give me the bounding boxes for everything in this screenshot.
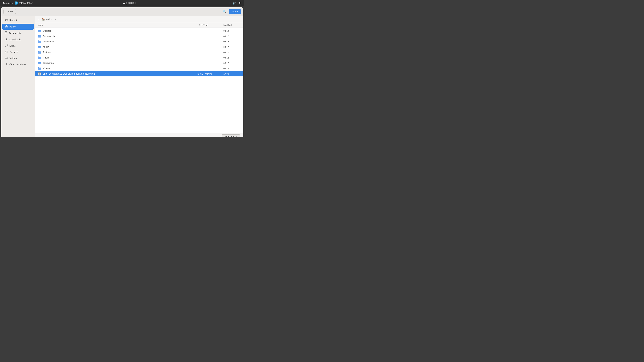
home-path-label: radxa [46, 18, 52, 21]
bottom-bar: OS Images ▼ [35, 133, 243, 137]
file-row-image[interactable]: orion-o6-debian12-preinstalled-desktop-b… [35, 71, 243, 76]
file-modified-templates: 08:12 [224, 62, 240, 64]
file-modified-desktop: 08:12 [224, 30, 240, 32]
column-modified-header[interactable]: Modified [224, 24, 240, 26]
file-row-music[interactable]: Music08:12 [35, 44, 243, 50]
file-row-downloads[interactable]: Downloads08:12 [35, 39, 243, 44]
forward-button[interactable]: › [54, 17, 57, 21]
datetime-label: Aug 30 08:16 [123, 2, 137, 4]
app-name-label: balenaEtcher [18, 2, 32, 4]
search-button[interactable]: 🔍 [221, 9, 228, 14]
folder-icon-desktop [38, 29, 41, 33]
file-name-image: orion-o6-debian12-preinstalled-desktop-b… [43, 72, 186, 75]
volume-icon[interactable]: 🔊 [233, 1, 236, 5]
file-row-documents[interactable]: Documents08:12 [35, 33, 243, 39]
file-modified-image: 17:33 [224, 72, 240, 75]
filter-label: OS Images [224, 135, 235, 137]
file-type-image: Archive [203, 72, 224, 75]
app-icon: E [14, 1, 18, 4]
svg-rect-12 [38, 73, 40, 73]
folder-icon-templates [38, 61, 41, 65]
sidebar-item-downloads[interactable]: Downloads [2, 36, 34, 42]
file-row-public[interactable]: Public08:12 [35, 55, 243, 60]
file-list: Desktop08:12 Documents08:12 Downloads08:… [35, 27, 243, 133]
file-name-videos: Videos [43, 67, 186, 70]
sidebar-item-label-recent: Recent [10, 19, 17, 22]
search-icon: 🔍 [223, 10, 226, 13]
sidebar-item-other[interactable]: Other Locations [2, 61, 34, 67]
file-name-downloads: Downloads [43, 40, 186, 43]
file-name-public: Public [43, 56, 186, 59]
home-path-button[interactable]: 🏠 radxa [40, 17, 53, 21]
cancel-button[interactable]: Cancel [3, 9, 16, 14]
activities-button[interactable]: Activities [3, 2, 12, 4]
sidebar-item-pictures[interactable]: Pictures [2, 49, 34, 55]
sidebar-item-label-downloads: Downloads [10, 38, 21, 41]
airplane-mode-icon[interactable]: ✈ [228, 1, 230, 5]
other-sidebar-icon [5, 63, 8, 66]
sidebar-item-label-music: Music [10, 44, 16, 47]
file-name-desktop: Desktop [43, 29, 186, 32]
sidebar-item-label-home: Home [10, 25, 16, 28]
file-row-pictures[interactable]: Pictures08:12 [35, 50, 243, 55]
pathbar: ‹ 🏠 radxa › [35, 16, 243, 23]
column-size-header[interactable]: Size [186, 24, 203, 26]
sidebar-item-label-videos: Videos [10, 57, 17, 59]
file-name-music: Music [43, 45, 186, 48]
svg-rect-13 [38, 73, 40, 74]
videos-sidebar-icon [5, 57, 8, 60]
file-modified-public: 08:12 [224, 56, 240, 59]
file-name-pictures: Pictures [43, 51, 186, 54]
folder-icon-videos [38, 66, 41, 70]
file-row-videos[interactable]: Videos08:12 [35, 66, 243, 71]
folder-icon-documents [38, 34, 41, 38]
home-sidebar-icon [5, 25, 8, 28]
archive-icon-image [38, 72, 41, 76]
file-modified-pictures: 08:12 [224, 51, 240, 54]
sidebar-item-home[interactable]: Home [2, 24, 34, 30]
svg-rect-14 [38, 74, 40, 74]
documents-sidebar-icon [5, 31, 8, 35]
column-headers: Name ▼ Size Type Modified [35, 23, 243, 27]
sidebar-item-videos[interactable]: Videos [2, 55, 34, 61]
power-icon[interactable]: ⏻ [239, 1, 242, 4]
folder-icon-music [38, 45, 41, 49]
pictures-sidebar-icon [5, 51, 8, 54]
file-chooser-dialog: Cancel 🔍 Open RecentHomeDocumentsDownloa… [1, 7, 243, 137]
file-modified-music: 08:12 [224, 46, 240, 48]
file-name-documents: Documents [43, 35, 186, 37]
file-row-desktop[interactable]: Desktop08:12 [35, 28, 243, 33]
svg-point-4 [7, 45, 8, 46]
filter-button[interactable]: OS Images ▼ [222, 134, 240, 137]
file-modified-videos: 08:12 [224, 67, 240, 70]
file-modified-documents: 08:12 [224, 35, 240, 37]
sidebar-item-music[interactable]: Music [2, 43, 34, 49]
dialog-header: Cancel 🔍 Open [1, 7, 243, 16]
main-content: ‹ 🏠 radxa › Name ▼ Size Type Modified [35, 16, 243, 137]
open-button[interactable]: Open [229, 9, 241, 14]
sidebar-item-label-pictures: Pictures [10, 51, 18, 53]
downloads-sidebar-icon [5, 38, 8, 41]
filter-dropdown-icon: ▼ [236, 135, 238, 137]
music-sidebar-icon [5, 44, 8, 48]
sidebar-item-label-other: Other Locations [10, 63, 26, 66]
sidebar-item-recent[interactable]: Recent [2, 17, 34, 23]
svg-point-3 [6, 46, 6, 46]
column-type-header[interactable]: Type [203, 24, 224, 26]
app-info: E balenaEtcher [14, 1, 32, 4]
file-row-templates[interactable]: Templates08:12 [35, 60, 243, 66]
sidebar: RecentHomeDocumentsDownloadsMusicPicture… [1, 16, 35, 137]
topbar-right: ✈ 🔊 ⏻ [228, 1, 242, 5]
column-name-header[interactable]: Name ▼ [38, 24, 186, 26]
file-modified-downloads: 08:12 [224, 40, 240, 43]
folder-icon-public [38, 56, 41, 59]
dialog-body: RecentHomeDocumentsDownloadsMusicPicture… [1, 16, 243, 137]
sidebar-item-documents[interactable]: Documents [2, 30, 34, 36]
svg-rect-15 [38, 74, 40, 75]
folder-icon-pictures [38, 50, 41, 54]
topbar-left: Activities E balenaEtcher [3, 1, 32, 4]
topbar: Activities E balenaEtcher Aug 30 08:16 ✈… [0, 0, 244, 6]
file-name-templates: Templates [43, 62, 186, 64]
svg-rect-7 [5, 57, 7, 59]
back-button[interactable]: ‹ [37, 17, 40, 21]
